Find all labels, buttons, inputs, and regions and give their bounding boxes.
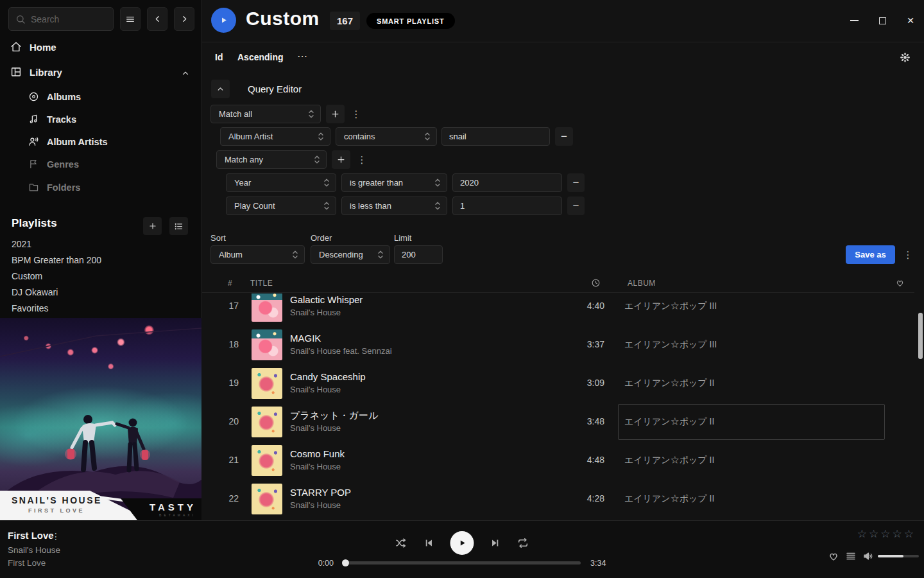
track-artist[interactable]: Snail's House — [290, 423, 341, 433]
sidebar-item-library[interactable]: Library — [10, 66, 62, 78]
nav-back-button[interactable] — [147, 7, 167, 31]
rating-stars[interactable]: ☆☆☆☆☆ — [857, 527, 916, 541]
sidebar-item-folders[interactable]: Folders — [28, 182, 80, 193]
more-options-button[interactable]: ⋯ — [297, 50, 308, 62]
collapse-chevron-icon[interactable] — [181, 69, 190, 78]
limit-input[interactable] — [394, 245, 443, 264]
sidebar-item-home[interactable]: Home — [10, 41, 56, 53]
rule1-remove-button[interactable]: − — [555, 127, 573, 146]
track-album-art[interactable] — [252, 329, 282, 360]
seek-slider[interactable] — [343, 561, 581, 565]
track-album-art[interactable] — [252, 293, 282, 322]
sort-select[interactable]: Album — [210, 245, 305, 264]
track-title[interactable]: MAGIK — [290, 333, 321, 344]
sidebar-item-albums[interactable]: Albums — [28, 91, 81, 102]
play-pause-button[interactable] — [450, 531, 474, 555]
track-album-art[interactable] — [252, 407, 282, 437]
track-album-art[interactable] — [252, 445, 282, 476]
track-row[interactable]: 20 プラネット・ガール Snail's House 3:48 エイリアン☆ポッ… — [202, 403, 920, 441]
playlist-item[interactable]: BPM Greater than 200 — [12, 255, 101, 265]
track-title[interactable]: STARRY POP — [290, 487, 351, 498]
settings-button[interactable] — [900, 52, 911, 63]
queue-button[interactable] — [845, 550, 857, 562]
add-rule-button-group1[interactable] — [326, 105, 345, 123]
rule3-value-input[interactable] — [452, 197, 562, 215]
track-row[interactable]: 22 STARRY POP Snail's House 4:28 エイリアン☆ポ… — [202, 480, 920, 518]
rule1-field-select[interactable]: Album Artist — [220, 127, 330, 146]
play-playlist-button[interactable] — [211, 8, 236, 33]
group1-more-button[interactable]: ⋮ — [351, 105, 361, 123]
playlist-item[interactable]: Favorites — [12, 303, 49, 313]
track-row[interactable]: 21 Cosmo Funk Snail's House 4:48 エイリアン☆ポ… — [202, 441, 920, 480]
track-title[interactable]: Galactic Whisper — [290, 294, 363, 305]
rule2-field-select[interactable]: Year — [226, 173, 336, 192]
track-artist[interactable]: Snail's House — [290, 385, 341, 394]
playlist-item[interactable]: DJ Okawari — [12, 287, 58, 297]
now-playing-album-art[interactable]: SNAIL'S HOUSE FIRST LOVE TASTY BETAMAXI — [0, 318, 201, 520]
playlist-list-button[interactable] — [169, 217, 188, 235]
track-title[interactable]: プラネット・ガール — [290, 410, 378, 422]
seek-knob[interactable] — [342, 559, 349, 566]
rule2-operator-select[interactable]: is greater than — [341, 173, 447, 192]
now-playing-artist[interactable]: Snail's House — [8, 545, 60, 555]
track-album[interactable]: エイリアン☆ポップ III — [624, 339, 717, 351]
track-album-art[interactable] — [252, 368, 282, 399]
rule2-remove-button[interactable]: − — [567, 173, 585, 192]
scrollbar-thumb[interactable] — [918, 313, 923, 359]
query-editor-collapse-button[interactable] — [211, 80, 230, 98]
column-title[interactable]: TITLE — [250, 279, 273, 288]
playlist-item[interactable]: Custom — [12, 271, 42, 281]
track-title[interactable]: Candy Spaceship — [290, 371, 366, 382]
track-title[interactable]: Cosmo Funk — [290, 448, 345, 459]
track-album[interactable]: エイリアン☆ポップ II — [624, 493, 714, 505]
rule1-operator-select[interactable]: contains — [336, 127, 437, 146]
now-playing-title[interactable]: First Love — [8, 530, 54, 541]
favorite-column-heart-icon[interactable] — [895, 278, 905, 288]
save-more-button[interactable]: ⋮ — [903, 245, 913, 264]
favorite-button[interactable] — [828, 550, 839, 562]
column-album[interactable]: ALBUM — [628, 279, 656, 288]
previous-button[interactable] — [424, 538, 434, 548]
search-box[interactable] — [8, 7, 114, 31]
volume-button[interactable] — [862, 550, 874, 562]
nav-forward-button[interactable] — [174, 7, 194, 31]
repeat-button[interactable] — [517, 537, 529, 549]
column-index[interactable]: # — [228, 279, 232, 288]
minimize-button[interactable] — [849, 15, 859, 26]
order-select[interactable]: Descending — [311, 245, 390, 264]
track-row[interactable]: 17 Galactic Whisper Snail's House 4:40 エ… — [202, 293, 920, 326]
match-type-select-group1[interactable]: Match all — [210, 105, 321, 123]
next-button[interactable] — [490, 538, 501, 548]
track-artist[interactable]: Snail's House — [290, 500, 341, 510]
track-artist[interactable]: Snail's House — [290, 462, 341, 471]
track-row[interactable]: 19 Candy Spaceship Snail's House 3:09 エイ… — [202, 364, 920, 403]
playlist-item[interactable]: 2021 — [12, 239, 31, 249]
track-album[interactable]: エイリアン☆ポップ II — [624, 378, 714, 389]
match-type-select-group2[interactable]: Match any — [216, 150, 327, 169]
now-playing-more-button[interactable]: ⋮ — [51, 531, 60, 541]
track-row[interactable]: 18 MAGIK Snail's House feat. Sennzai 3:3… — [202, 326, 920, 364]
sidebar-item-album-artists[interactable]: Album Artists — [28, 136, 108, 147]
add-rule-button-group2[interactable] — [332, 150, 350, 169]
search-input[interactable] — [31, 14, 101, 24]
shuffle-button[interactable] — [395, 537, 407, 549]
track-artist[interactable]: Snail's House feat. Sennzai — [290, 346, 392, 356]
rule3-field-select[interactable]: Play Count — [226, 197, 336, 215]
track-album[interactable]: エイリアン☆ポップ III — [624, 301, 717, 312]
sidebar-item-genres[interactable]: Genres — [28, 159, 79, 170]
track-album[interactable]: エイリアン☆ポップ II — [624, 416, 714, 428]
save-as-button[interactable]: Save as — [846, 245, 895, 264]
track-album-art[interactable] — [252, 484, 282, 514]
rule2-value-input[interactable] — [452, 173, 562, 192]
volume-slider[interactable] — [878, 555, 919, 557]
group2-more-button[interactable]: ⋮ — [357, 150, 367, 169]
menu-button[interactable] — [120, 7, 141, 31]
duration-column-clock-icon[interactable] — [591, 278, 601, 288]
track-album[interactable]: エイリアン☆ポップ II — [624, 455, 714, 466]
sort-direction-button[interactable]: Ascending — [237, 52, 284, 62]
sidebar-item-tracks[interactable]: Tracks — [28, 114, 76, 125]
close-button[interactable]: × — [905, 15, 916, 26]
track-artist[interactable]: Snail's House — [290, 308, 341, 317]
rule1-value-input[interactable] — [441, 127, 550, 146]
rule3-operator-select[interactable]: is less than — [341, 197, 447, 215]
